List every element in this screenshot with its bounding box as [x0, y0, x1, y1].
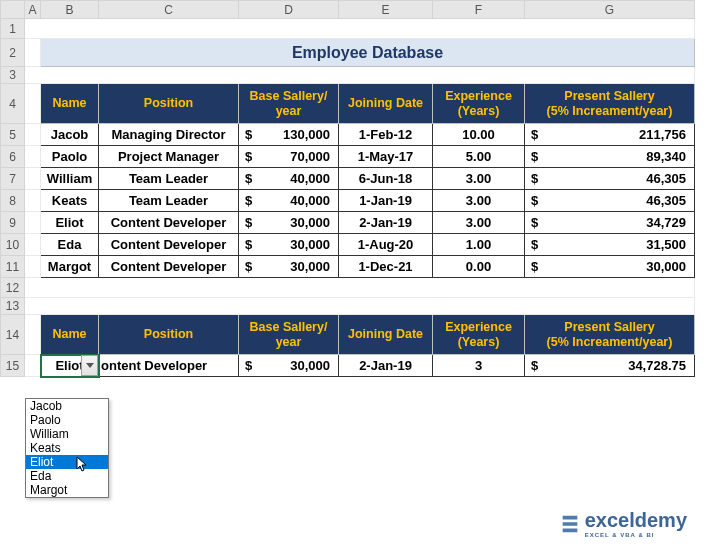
row-header[interactable]: 4	[1, 84, 25, 124]
header-present[interactable]: Present Sallery (5% Increament/year)	[525, 84, 695, 124]
table-row: 10 Eda Content Developer $30,000 1-Aug-2…	[1, 234, 695, 256]
header-position[interactable]: Position	[99, 84, 239, 124]
table-row: 5 Jacob Managing Director $130,000 1-Feb…	[1, 124, 695, 146]
column-headers[interactable]: ABC DEF G	[1, 1, 695, 19]
header-join[interactable]: Joining Date	[339, 84, 433, 124]
watermark: exceldemy EXCEL & VBA & BI	[559, 509, 687, 538]
table-row: 7 William Team Leader $40,000 6-Jun-18 3…	[1, 168, 695, 190]
dropdown-option[interactable]: Paolo	[26, 413, 108, 427]
dropdown-button[interactable]	[81, 355, 98, 376]
dropdown-option[interactable]: Keats	[26, 441, 108, 455]
spreadsheet: ABC DEF G 1 2 Employee Database 3 4 Name…	[0, 0, 695, 377]
cell-join[interactable]: 1-Feb-12	[339, 124, 433, 146]
cell-base[interactable]: $130,000	[239, 124, 339, 146]
table-row: 9 Eliot Content Developer $30,000 2-Jan-…	[1, 212, 695, 234]
row-header[interactable]: 3	[1, 67, 25, 84]
cell-name[interactable]: Jacob	[41, 124, 99, 146]
header-name[interactable]: Name	[41, 84, 99, 124]
dropdown-option[interactable]: Margot	[26, 483, 108, 497]
cursor-icon	[76, 457, 90, 473]
row-header[interactable]: 1	[1, 19, 25, 39]
lookup-row: 15 Eliot ontent Developer $30,000 2-Jan-…	[1, 355, 695, 377]
cell-exp[interactable]: 10.00	[433, 124, 525, 146]
dropdown-list[interactable]: Jacob Paolo William Keats Eliot Eda Marg…	[25, 398, 109, 498]
lookup-name-cell[interactable]: Eliot	[41, 355, 99, 377]
dropdown-option[interactable]: Eda	[26, 469, 108, 483]
header-base[interactable]: Base Sallery/ year	[239, 84, 339, 124]
table-row: 11 Margot Content Developer $30,000 1-De…	[1, 256, 695, 278]
cell-present[interactable]: $211,756	[525, 124, 695, 146]
table-row: 8 Keats Team Leader $40,000 1-Jan-19 3.0…	[1, 190, 695, 212]
dropdown-option-selected[interactable]: Eliot	[26, 455, 108, 469]
row-header[interactable]: 2	[1, 39, 25, 67]
dropdown-option[interactable]: William	[26, 427, 108, 441]
table-row: 6 Paolo Project Manager $70,000 1-May-17…	[1, 146, 695, 168]
dropdown-option[interactable]: Jacob	[26, 399, 108, 413]
header-exp[interactable]: Experience (Years)	[433, 84, 525, 124]
cell-position[interactable]: Managing Director	[99, 124, 239, 146]
page-title: Employee Database	[41, 39, 695, 67]
